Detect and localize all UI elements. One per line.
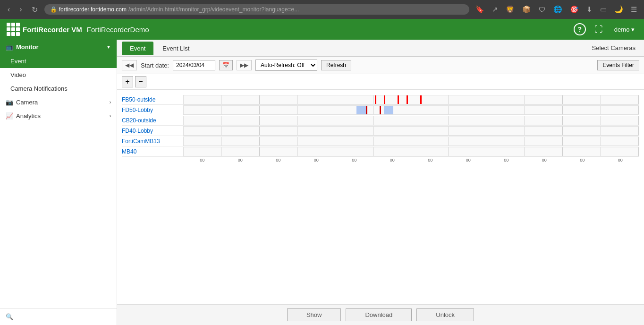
grid-cell [184, 106, 221, 114]
time-label: 00 [373, 158, 412, 162]
sidebar-monitor-section[interactable]: 📺 Monitor ▼ [0, 40, 117, 54]
sidebar-item-camera-notifications[interactable]: Camera Notifications [0, 82, 117, 95]
timeline-track-1[interactable] [183, 105, 639, 115]
download-button[interactable]: Download [346, 308, 412, 321]
grid-cell [184, 95, 221, 104]
camera-link-cb20-outside[interactable]: CB20-outside [122, 117, 183, 124]
sidebar-camera-section[interactable]: 📷 Camera › [0, 95, 117, 109]
grid-cell [335, 116, 373, 125]
timeline-area: FB50-outside [117, 90, 644, 304]
timeline-track-0[interactable] [183, 95, 639, 104]
bookmark-icon[interactable]: 🔖 [473, 4, 487, 15]
grid-cell [335, 106, 373, 114]
timeline-container: FB50-outside [122, 94, 639, 162]
grid-cell [373, 127, 411, 135]
timeline-track-5[interactable] [183, 147, 639, 156]
grid-cell [487, 127, 525, 135]
grid-cell [563, 137, 601, 145]
sidebar-analytics-section[interactable]: 📈 Analytics › [0, 109, 117, 123]
monitor-icon: 📺 [6, 43, 13, 51]
time-label: 00 [525, 158, 564, 162]
grid-cell [525, 106, 563, 114]
reload-button[interactable]: ↻ [29, 3, 41, 16]
grid-cell [184, 127, 221, 135]
event-highlight [384, 106, 393, 114]
sidebar-event-label: Event [10, 58, 26, 65]
action-bar: Show Download Unlock [117, 304, 644, 325]
select-cameras-button[interactable]: Select Cameras [588, 43, 639, 53]
address-bar[interactable]: 🔒 fortirecorder.fortidemo.com /admin/Adm… [44, 4, 469, 15]
grid-cell [601, 116, 639, 125]
ext3-icon[interactable]: 🌐 [551, 4, 565, 15]
ext2-icon[interactable]: 🛡 [536, 4, 548, 15]
brave-icon[interactable]: 🦁 [503, 4, 517, 15]
search-icon: 🔍 [6, 313, 13, 320]
grid-cell [260, 95, 297, 104]
forward-button[interactable]: › [17, 3, 25, 16]
download-icon[interactable]: ⬇ [584, 4, 595, 15]
sidebar-search[interactable]: 🔍 [0, 308, 117, 325]
menu-icon[interactable]: ☰ [628, 4, 639, 15]
url-path: /admin/Admin.html#/monitor_grp/videoeven… [128, 6, 299, 13]
grid-cell [297, 137, 335, 145]
camera-arrow-icon: › [110, 100, 111, 105]
app-logo: FortiRecorder VM FortiRecorderDemo [7, 23, 149, 36]
timeline-track-2[interactable] [183, 116, 639, 125]
user-menu[interactable]: demo ▾ [611, 26, 637, 33]
calendar-button[interactable]: 📅 [219, 60, 233, 70]
tab-event-list[interactable]: Event List [154, 42, 197, 55]
show-button[interactable]: Show [287, 308, 341, 321]
window-icon[interactable]: ▭ [598, 4, 609, 15]
analytics-icon: 📈 [6, 112, 13, 120]
grid-cell [297, 106, 335, 114]
zoom-out-button[interactable]: − [135, 76, 146, 87]
sidebar-item-event[interactable]: Event [0, 54, 117, 68]
grid-cell [525, 95, 563, 104]
camera-link-fd50-lobby[interactable]: FD50-Lobby [122, 107, 183, 113]
app-header: FortiRecorder VM FortiRecorderDemo ? ⛶ d… [0, 19, 644, 40]
sidebar-cam-notif-label: Camera Notifications [10, 85, 68, 92]
grid-cell [601, 147, 639, 156]
grid-cell [487, 95, 525, 104]
time-label: 00 [297, 158, 336, 162]
events-filter-button[interactable]: Events Filter [597, 60, 639, 70]
zoom-in-button[interactable]: + [122, 76, 133, 87]
camera-link-mb40[interactable]: MB40 [122, 148, 183, 155]
camera-link-fd40-lobby[interactable]: FD40-Lobby [122, 128, 183, 134]
url-base: fortirecorder.fortidemo.com [59, 6, 127, 13]
camera-link-fb50-outside[interactable]: FB50-outside [122, 96, 183, 103]
tab-event[interactable]: Event [122, 42, 153, 55]
time-label: 00 [602, 158, 640, 162]
auto-refresh-select[interactable]: Auto-Refresh: Off Auto-Refresh: 5s Auto-… [255, 60, 317, 71]
ext1-icon[interactable]: 📦 [520, 4, 534, 15]
timeline-track-4[interactable] [183, 137, 639, 146]
date-input[interactable] [173, 60, 215, 70]
timeline-track-3[interactable] [183, 126, 639, 136]
help-button[interactable]: ? [574, 23, 586, 35]
grid-cell [487, 116, 525, 125]
moon-icon[interactable]: 🌙 [612, 4, 626, 15]
fullscreen-button[interactable]: ⛶ [592, 25, 606, 34]
grid-cell [487, 106, 525, 114]
main-content: Event Event List Select Cameras ◀◀ Start… [117, 40, 644, 325]
grid-cell [335, 147, 373, 156]
ext4-icon[interactable]: 🎯 [568, 4, 581, 15]
grid-cell [260, 116, 297, 125]
time-label: 00 [259, 158, 297, 162]
unlock-button[interactable]: Unlock [416, 308, 474, 321]
grid-cell [184, 137, 221, 145]
camera-link-forticammb13[interactable]: FortiCamMB13 [122, 138, 183, 145]
grid-cell [335, 137, 373, 145]
grid-cell [601, 106, 639, 114]
refresh-button[interactable]: Refresh [321, 60, 351, 70]
next-next-button[interactable]: ▶▶ [237, 60, 252, 70]
zoom-bar: + − [117, 74, 644, 90]
sidebar-item-video[interactable]: Video [0, 68, 117, 82]
back-button[interactable]: ‹ [5, 3, 13, 16]
table-row: CB20-outside [122, 115, 639, 126]
grid-cell [221, 116, 259, 125]
share-icon[interactable]: ↗ [490, 4, 500, 15]
grid-cell [411, 137, 449, 145]
grid-cell [601, 127, 639, 135]
prev-prev-button[interactable]: ◀◀ [122, 60, 137, 70]
